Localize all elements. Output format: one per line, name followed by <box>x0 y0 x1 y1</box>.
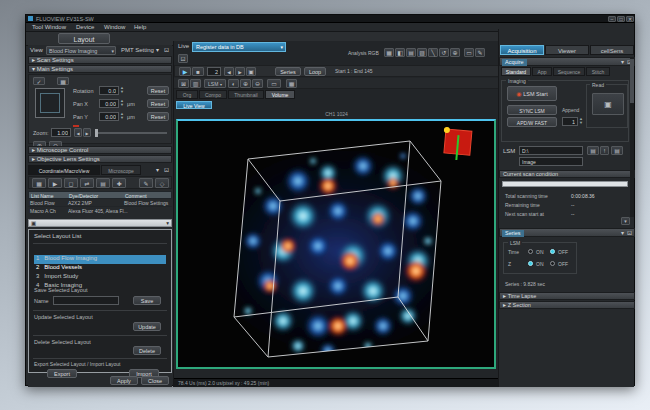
time-off-radio[interactable] <box>550 249 555 254</box>
save-button[interactable]: Save <box>133 296 161 305</box>
stop-icon[interactable]: ■ <box>192 67 204 76</box>
pan-x-spinner[interactable]: ▲▼ <box>120 99 124 107</box>
tab-app[interactable]: App <box>532 67 552 76</box>
append-spinner[interactable]: ▲▼ <box>579 117 583 125</box>
close-button[interactable]: Close <box>141 376 169 385</box>
tab-acquisition[interactable]: Acquisition <box>500 45 544 55</box>
panel-caret-icon[interactable]: ▾ <box>156 46 159 53</box>
right-scrollbar[interactable] <box>630 57 634 217</box>
image-viewport[interactable] <box>176 119 496 369</box>
pan-y-spinner[interactable]: ▲▼ <box>120 112 124 120</box>
read-image-button[interactable]: ▣ <box>592 93 624 115</box>
menu-help[interactable]: Help <box>134 24 146 30</box>
zoom-slider-thumb[interactable] <box>95 129 98 137</box>
grid-icon[interactable]: ▦ <box>286 79 297 88</box>
menu-tool-window[interactable]: Tool Window <box>32 24 66 30</box>
main-settings-bar[interactable]: ▾ Main Settings <box>28 65 172 73</box>
apply-button[interactable]: Apply <box>110 376 138 385</box>
scan-area-preview[interactable] <box>35 88 65 118</box>
series-caret-icon[interactable]: ▾ <box>621 230 624 237</box>
next-frame-icon[interactable]: ▶ <box>235 67 245 76</box>
minimize-icon[interactable]: – <box>608 16 616 22</box>
device-caret-icon[interactable]: ▾ <box>156 166 159 173</box>
alert-icon[interactable]: ! <box>600 146 609 155</box>
list-item-selected[interactable]: 2Blood Vessels <box>34 255 166 264</box>
play-icon[interactable]: ▶ <box>48 178 62 188</box>
pmt-setting-tab[interactable]: PMT Setting <box>121 47 154 53</box>
expand-down-icon[interactable]: ▾ <box>621 217 630 225</box>
cross-icon[interactable]: ⊠ <box>178 79 189 88</box>
zoom-slider[interactable] <box>95 132 167 134</box>
rotation-reset-button[interactable]: Reset <box>147 86 169 95</box>
add-icon[interactable]: ✚ <box>112 178 126 188</box>
scan-settings-bar[interactable]: ▸ Scan Settings <box>28 56 172 64</box>
analysis-rect-icon[interactable]: ▭ <box>464 48 474 57</box>
lsm-start-button[interactable]: ◉ LSM Start <box>507 86 557 101</box>
detach-icon[interactable]: ⊡ <box>178 54 188 63</box>
folder-open-icon[interactable]: ▤ <box>587 146 599 155</box>
scrollbar-thumb[interactable] <box>630 59 634 103</box>
menu-window[interactable]: Window <box>104 24 125 30</box>
analysis-add-icon[interactable]: ⊕ <box>450 48 460 57</box>
tab-coordinate-macroview[interactable]: Coordinate/MacroView <box>28 165 100 175</box>
register-db-dropdown[interactable]: Register data in DB ▾ <box>192 42 286 52</box>
image-name-input[interactable] <box>519 157 583 166</box>
zoom-inc-icon[interactable]: ▶ <box>83 128 91 137</box>
collapse-icon[interactable]: ▾ <box>166 220 169 226</box>
z-section-bar[interactable]: ▸ Z Section <box>499 301 635 309</box>
device-dock-icon[interactable]: ⊡ <box>164 166 169 173</box>
pan-x-input[interactable] <box>99 99 119 108</box>
zoom-in-icon[interactable]: ⊕ <box>240 79 251 88</box>
layout-button[interactable]: Layout <box>58 33 110 44</box>
analysis-line-icon[interactable]: ╲ <box>428 48 438 57</box>
maximize-icon[interactable]: □ <box>617 16 625 22</box>
pan-x-reset-button[interactable]: Reset <box>147 99 169 108</box>
list-icon[interactable]: ▣ <box>31 220 36 226</box>
append-input[interactable] <box>562 117 578 126</box>
sync-lsm-button[interactable]: SYNC LSM <box>507 105 557 115</box>
analysis-rotate-icon[interactable]: ↺ <box>439 48 449 57</box>
zoom-dec-icon[interactable]: ◀ <box>74 128 82 137</box>
menu-device[interactable]: Device <box>76 24 94 30</box>
list-item[interactable]: 3Import Study <box>34 264 166 273</box>
objective-lens-bar[interactable]: ▸ Objective Lens Settings <box>28 155 172 163</box>
list-icon[interactable]: ▤ <box>96 178 110 188</box>
grid-icon[interactable]: ▦ <box>32 178 46 188</box>
list-item[interactable]: 4Basic Imaging <box>34 273 166 282</box>
lsm-dropdown[interactable]: LSM ▾ <box>204 79 226 88</box>
tab-cellsens[interactable]: cellSens <box>590 45 634 55</box>
series-button[interactable]: Series <box>275 67 301 76</box>
pen-icon[interactable]: ✎ <box>139 178 153 188</box>
prev-frame-icon[interactable]: ◀ <box>224 67 234 76</box>
analysis-split-icon[interactable]: ◧ <box>395 48 405 57</box>
z-off-radio[interactable] <box>550 261 555 266</box>
pan-y-reset-button[interactable]: Reset <box>147 112 169 121</box>
preset-dropdown[interactable]: Blood Flow Imaging ▾ <box>46 46 116 55</box>
microscope-control-bar[interactable]: ▸ Microscope Control <box>28 146 172 154</box>
loop-button[interactable]: Loop <box>304 67 326 76</box>
tab-volume[interactable]: Volume <box>265 90 295 99</box>
panel-dock-icon[interactable]: ⊡ <box>164 46 169 53</box>
z-on-radio[interactable] <box>528 261 533 266</box>
tab-org[interactable]: Org <box>176 90 198 99</box>
tab-compo[interactable]: Compo <box>199 90 227 99</box>
export-button[interactable]: Export <box>47 369 77 378</box>
series-dock-icon[interactable]: ⊡ <box>627 230 632 237</box>
play-icon[interactable]: ▶ <box>179 67 191 76</box>
rect-icon[interactable]: ▭ <box>267 79 281 88</box>
folder-icon[interactable]: ▤ <box>611 146 623 155</box>
zoom-out-icon[interactable]: ⊖ <box>252 79 263 88</box>
cell-icon[interactable]: ▥ <box>190 79 201 88</box>
tab-viewer[interactable]: Viewer <box>545 45 589 55</box>
analysis-rows-icon[interactable]: ▤ <box>406 48 416 57</box>
swap-icon[interactable]: ⇄ <box>80 178 94 188</box>
tab-thumbnail[interactable]: Thumbnail <box>228 90 264 99</box>
analysis-pen-icon[interactable]: ✎ <box>475 48 485 57</box>
rotation-input[interactable] <box>99 86 119 95</box>
check-toggle-icon[interactable]: ✓ <box>33 77 45 85</box>
analysis-grid-icon[interactable]: ▦ <box>384 48 394 57</box>
settings-icon[interactable]: ◇ <box>155 178 169 188</box>
table-row[interactable]: Blood Flow A2X2 2MP Blood Flow Settings <box>28 199 172 207</box>
zoom-input[interactable] <box>51 128 71 137</box>
tab-standard[interactable]: Standard <box>501 67 531 76</box>
